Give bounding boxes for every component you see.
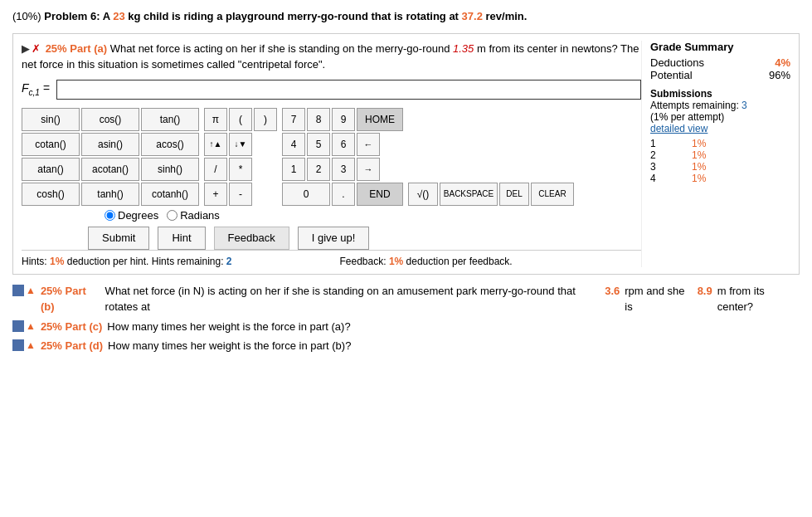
degrees-radio[interactable]	[105, 210, 115, 221]
part-b-square-icon	[12, 285, 24, 296]
part-a-section: ▶ ✗ 25% Part (a) What net force is actin…	[12, 33, 800, 275]
radio-row: Degrees Radians	[105, 209, 641, 222]
open-paren-btn[interactable]: (	[229, 108, 252, 131]
submit-button[interactable]: Submit	[88, 227, 149, 250]
sin-btn[interactable]: sin()	[22, 108, 80, 131]
hints-row: Hints: 1% deduction per hint. Hints rema…	[22, 250, 641, 267]
sub-num-3: 3	[650, 161, 667, 173]
part-d-icons: ▲	[12, 338, 36, 353]
num4-btn[interactable]: 4	[282, 133, 305, 156]
speed-value: 37.2	[462, 10, 483, 22]
slash-btn[interactable]: /	[204, 158, 227, 181]
sub-num-2: 2	[650, 149, 667, 161]
up-arrows-btn[interactable]: ↑▲	[204, 133, 227, 156]
cosh-btn[interactable]: cosh()	[22, 183, 80, 206]
num5-btn[interactable]: 5	[307, 133, 330, 156]
function-buttons: sin() cos() tan() cotan() asin() acos() …	[22, 108, 199, 206]
num8-btn[interactable]: 8	[307, 108, 330, 131]
part-b-text2: rpm and she is	[625, 283, 692, 315]
other-parts: ▲ 25% Part (b) What net force (in N) is …	[12, 283, 800, 354]
part-d-text: How many times her weight is the force i…	[108, 338, 351, 354]
end-btn[interactable]: END	[357, 183, 403, 206]
hint-button[interactable]: Hint	[158, 227, 205, 250]
deductions-label: Deductions	[650, 56, 704, 69]
plus-btn[interactable]: +	[204, 183, 227, 206]
part-c-icons: ▲	[12, 319, 36, 334]
part-b-text3: m from its center?	[717, 283, 800, 315]
part-b-triangle-icon: ▲	[26, 283, 36, 298]
pi-btn[interactable]: π	[204, 108, 227, 131]
part-a-status-icons: ▶ ✗	[22, 41, 41, 57]
give-up-button[interactable]: I give up!	[298, 227, 370, 250]
x-icon: ✗	[32, 41, 41, 57]
minus-btn[interactable]: -	[229, 183, 252, 206]
deductions-row: Deductions 4%	[650, 56, 790, 69]
sub-pct-3: 1%	[692, 161, 706, 173]
tanh-btn[interactable]: tanh()	[81, 183, 139, 206]
sub-row-2: 2 1%	[650, 149, 790, 161]
sub-num-1: 1	[650, 138, 667, 149]
down-arrows-btn[interactable]: ↓▼	[229, 133, 252, 156]
hints-rest: deduction per hint. Hints remaining:	[67, 256, 224, 267]
problem-number-label: Problem 6: A 23 kg child is riding a pla…	[44, 10, 527, 22]
formula-subscript: c,1	[29, 88, 40, 97]
detailed-view-link[interactable]: detailed view	[650, 123, 790, 134]
sub-num-4: 4	[650, 173, 667, 184]
acos-btn[interactable]: acos()	[141, 133, 199, 156]
tan-btn[interactable]: tan()	[141, 108, 199, 131]
num2-btn[interactable]: 2	[307, 158, 330, 181]
feedback-button[interactable]: Feedback	[214, 227, 289, 250]
grade-summary-title: Grade Summary	[650, 41, 790, 53]
part-b-distance: 8.9	[698, 283, 712, 300]
num3-btn[interactable]: 3	[332, 158, 355, 181]
degrees-radio-label[interactable]: Degrees	[105, 209, 158, 222]
backspace-btn[interactable]: BACKSPACE	[440, 183, 498, 206]
grade-summary-sidebar: Grade Summary Deductions 4% Potential 96…	[641, 41, 790, 267]
feedback-pct: 1%	[389, 256, 403, 267]
part-c-text: How many times her weight is the force i…	[107, 319, 350, 335]
num0-btn[interactable]: 0	[282, 183, 330, 206]
cotan-btn[interactable]: cotan()	[22, 133, 80, 156]
num1-btn[interactable]: 1	[282, 158, 305, 181]
potential-label: Potential	[650, 69, 693, 81]
part-c-square-icon	[12, 320, 24, 332]
left-arrow-btn[interactable]: ←	[357, 133, 380, 156]
part-a-main: ▶ ✗ 25% Part (a) What net force is actin…	[22, 41, 641, 267]
part-d-row: ▲ 25% Part (d) How many times her weight…	[12, 338, 800, 354]
asin-btn[interactable]: asin()	[81, 133, 139, 156]
numpad-area: 7 8 9 HOME 4 5 6 ← 1 2	[282, 108, 403, 206]
part-b-rpm: 3.6	[605, 283, 620, 300]
radians-radio[interactable]	[167, 210, 177, 221]
submission-table: 1 1% 2 1% 3 1% 4 1%	[650, 138, 790, 184]
part-a-distance: 1.35	[453, 42, 474, 55]
num6-btn[interactable]: 6	[332, 133, 355, 156]
radians-radio-label[interactable]: Radians	[167, 209, 220, 222]
num9-btn[interactable]: 9	[332, 108, 355, 131]
dot-btn[interactable]: .	[332, 183, 355, 206]
hints-pct: 1%	[50, 256, 64, 267]
home-btn[interactable]: HOME	[357, 108, 403, 131]
problem-header: (10%) Problem 6: A 23 kg child is riding…	[12, 8, 800, 25]
cotanh-btn[interactable]: cotanh()	[141, 183, 199, 206]
del-btn[interactable]: DEL	[499, 183, 529, 206]
right-arrow2-btn[interactable]: →	[357, 158, 380, 181]
atan-btn[interactable]: atan()	[22, 158, 80, 181]
submissions-title: Submissions	[650, 88, 790, 100]
sinh-btn[interactable]: sinh()	[141, 158, 199, 181]
main-container: (10%) Problem 6: A 23 kg child is riding…	[0, 0, 812, 366]
acotan-btn[interactable]: acotan()	[81, 158, 139, 181]
part-c-row: ▲ 25% Part (c) How many times her weight…	[12, 319, 800, 335]
close-paren-btn[interactable]: )	[254, 108, 277, 131]
action-row: Submit Hint Feedback I give up!	[88, 227, 641, 250]
answer-input[interactable]	[56, 80, 641, 100]
part-c-label: 25% Part (c)	[41, 319, 102, 335]
num7-btn[interactable]: 7	[282, 108, 305, 131]
cos-btn[interactable]: cos()	[81, 108, 139, 131]
hints-right: Feedback: 1% deduction per feedback.	[340, 256, 642, 267]
input-row: Fc,1 =	[22, 80, 641, 100]
sub-row-4: 4 1%	[650, 173, 790, 184]
attempts-count: 3	[741, 100, 747, 111]
sqrt-btn[interactable]: √()	[408, 183, 438, 206]
clear-btn[interactable]: CLEAR	[531, 183, 574, 206]
star-btn[interactable]: *	[229, 158, 252, 181]
